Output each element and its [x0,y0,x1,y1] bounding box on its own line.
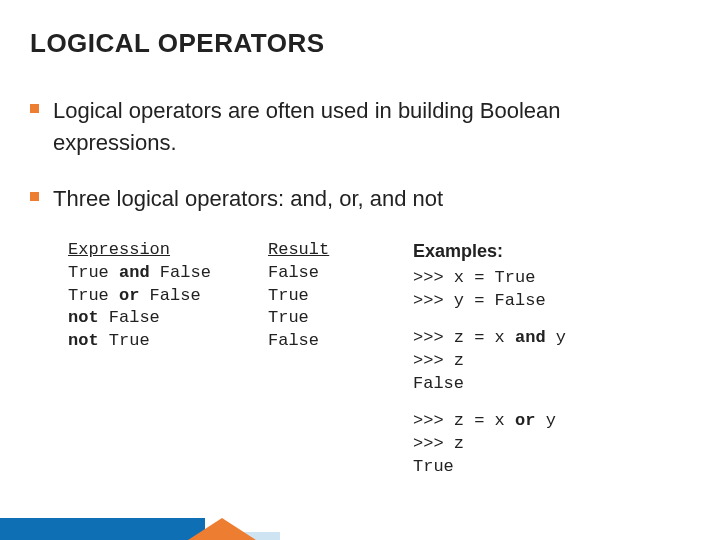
expr-row-3: not False [68,307,268,330]
result-header: Result [268,239,413,262]
footer-triangle-icon [188,518,256,540]
result-row-3: True [268,307,413,330]
expr-row-1: True and False [68,262,268,285]
expr-row-2: True or False [68,285,268,308]
expression-column: Expression True and False True or False … [68,239,268,479]
result-row-4: False [268,330,413,353]
examples-column: Examples: >>> x = True >>> y = False >>>… [413,239,690,479]
slide: LOGICAL OPERATORS Logical operators are … [0,0,720,478]
example-block-2: >>> z = x and y >>> z False [413,327,690,396]
bullet-item-2: Three logical operators: and, or, and no… [30,183,690,215]
example-block-1: >>> x = True >>> y = False [413,267,690,313]
spacer [413,396,690,410]
content-columns: Expression True and False True or False … [68,239,690,479]
bullet-marker [30,104,39,113]
footer-bar-blue [0,518,205,540]
result-row-2: True [268,285,413,308]
bullet-text-2: Three logical operators: and, or, and no… [53,183,443,215]
result-row-1: False [268,262,413,285]
spacer [413,313,690,327]
result-column: Result False True True False [268,239,413,479]
example-block-3: >>> z = x or y >>> z True [413,410,690,479]
slide-title: LOGICAL OPERATORS [30,28,690,59]
examples-label: Examples: [413,239,690,263]
bullet-text-1: Logical operators are often used in buil… [53,95,690,159]
expression-header: Expression [68,239,268,262]
expr-row-4: not True [68,330,268,353]
bullet-item-1: Logical operators are often used in buil… [30,95,690,159]
footer-decoration [0,518,720,540]
bullet-marker [30,192,39,201]
